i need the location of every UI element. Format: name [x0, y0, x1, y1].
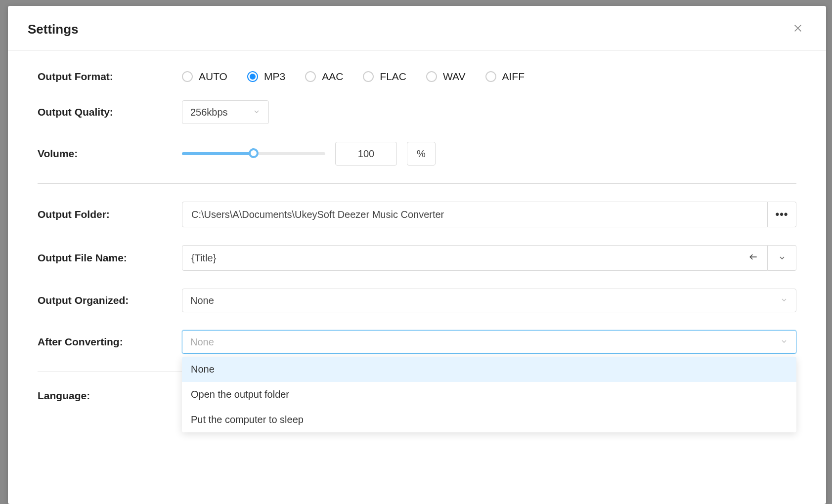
radio-label: AUTO	[199, 71, 227, 83]
select-value: None	[190, 336, 214, 348]
label-language: Language:	[38, 390, 182, 402]
slider-fill	[182, 152, 254, 155]
dropdown-option-none[interactable]: None	[182, 357, 796, 382]
row-volume: Volume: 100 %	[38, 142, 796, 166]
label-output-format: Output Format:	[38, 71, 182, 83]
label-after-converting: After Converting:	[38, 336, 182, 348]
dropdown-option-open-folder[interactable]: Open the output folder	[182, 382, 796, 407]
volume-value: 100	[358, 148, 374, 160]
volume-unit: %	[417, 148, 426, 160]
row-output-quality: Output Quality: 256kbps	[38, 100, 796, 124]
volume-value-input[interactable]: 100	[335, 142, 397, 166]
close-button[interactable]	[789, 20, 806, 39]
radio-circle-icon	[182, 71, 193, 82]
radio-circle-icon	[247, 71, 258, 82]
radio-label: FLAC	[380, 71, 406, 83]
radio-dot-icon	[250, 74, 256, 80]
radio-label: AIFF	[502, 71, 525, 83]
radio-auto[interactable]: AUTO	[182, 71, 227, 83]
row-after-converting: After Converting: None None Open the out…	[38, 330, 796, 354]
row-output-folder: Output Folder: C:\Users\A\Documents\Ukey…	[38, 202, 796, 227]
output-quality-select[interactable]: 256kbps	[182, 100, 269, 124]
radio-circle-icon	[305, 71, 316, 82]
select-value: 256kbps	[190, 107, 228, 118]
output-file-name-value: {Title}	[191, 252, 216, 264]
radio-flac[interactable]: FLAC	[363, 71, 406, 83]
output-organized-select[interactable]: None	[182, 289, 796, 312]
chevron-down-icon	[778, 254, 786, 262]
output-format-radio-group: AUTO MP3 AAC FLAC	[182, 71, 525, 83]
output-file-name-input[interactable]: {Title}	[182, 245, 768, 271]
file-name-dropdown-button[interactable]	[768, 245, 796, 271]
output-folder-value: C:\Users\A\Documents\UkeySoft Deezer Mus…	[191, 209, 444, 220]
row-output-organized: Output Organized: None	[38, 289, 796, 312]
radio-mp3[interactable]: MP3	[247, 71, 285, 83]
after-converting-select[interactable]: None	[182, 330, 796, 354]
row-output-format: Output Format: AUTO MP3 AAC	[38, 71, 796, 83]
slider-thumb[interactable]	[249, 148, 259, 158]
label-volume: Volume:	[38, 148, 182, 160]
output-folder-input[interactable]: C:\Users\A\Documents\UkeySoft Deezer Mus…	[182, 202, 768, 227]
dots-icon: •••	[775, 208, 788, 221]
dropdown-option-sleep[interactable]: Put the computer to sleep	[182, 407, 796, 432]
volume-unit-box: %	[407, 142, 436, 166]
label-output-quality: Output Quality:	[38, 106, 182, 118]
browse-folder-button[interactable]: •••	[768, 202, 796, 227]
select-value: None	[190, 295, 214, 306]
modal-body: Output Format: AUTO MP3 AAC	[8, 51, 826, 504]
label-output-organized: Output Organized:	[38, 294, 182, 306]
radio-aac[interactable]: AAC	[305, 71, 343, 83]
radio-aiff[interactable]: AIFF	[485, 71, 525, 83]
radio-circle-icon	[426, 71, 437, 82]
modal-header: Settings	[8, 6, 826, 51]
volume-slider[interactable]	[182, 151, 325, 156]
chevron-down-icon	[253, 107, 261, 118]
radio-wav[interactable]: WAV	[426, 71, 466, 83]
radio-label: MP3	[264, 71, 285, 83]
chevron-down-icon	[780, 295, 788, 306]
arrow-left-icon	[748, 252, 758, 264]
divider	[38, 183, 796, 184]
label-output-folder: Output Folder:	[38, 209, 182, 220]
after-converting-dropdown: None Open the output folder Put the comp…	[182, 357, 796, 432]
radio-label: AAC	[322, 71, 343, 83]
settings-modal: Settings Output Format: AUTO MP3	[8, 6, 826, 504]
close-icon	[792, 23, 803, 34]
chevron-down-icon	[780, 336, 788, 348]
radio-circle-icon	[485, 71, 496, 82]
radio-label: WAV	[443, 71, 466, 83]
label-output-file-name: Output File Name:	[38, 252, 182, 264]
modal-title: Settings	[28, 22, 79, 37]
radio-circle-icon	[363, 71, 374, 82]
row-output-file-name: Output File Name: {Title}	[38, 245, 796, 271]
